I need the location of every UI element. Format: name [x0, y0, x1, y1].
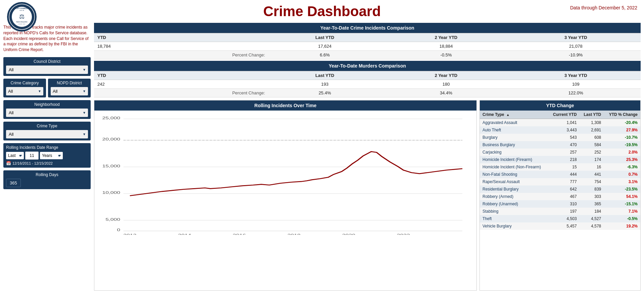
- crime-type-cell: Homicide Incident (Firearm): [480, 156, 548, 163]
- svg-text:10,000: 10,000: [102, 191, 120, 195]
- current-ytd-cell: 197: [548, 208, 580, 215]
- ytd-murders-val-0: 242: [94, 80, 268, 89]
- crime-type-cell: Vehicle Burglary: [480, 222, 548, 230]
- current-ytd-cell: 444: [548, 171, 580, 178]
- city-logo: CITY COUNCIL ✦ ✦ ✦ ⚖ NEW ORLEANS ✦ ✦ ✦ ✦…: [7, 2, 37, 33]
- rolling-date-range-label: Rolling Incidents Date Range: [6, 145, 88, 150]
- svg-text:0: 0: [117, 228, 120, 232]
- last-ytd-cell: 1,308: [580, 119, 604, 127]
- ytd-pct-change-cell: -6.3%: [604, 163, 640, 171]
- last-ytd-cell: 252: [580, 149, 604, 156]
- ytd-crimes-val-1: 17,624: [268, 42, 381, 51]
- svg-text:25,000: 25,000: [102, 116, 120, 120]
- crime-type-filter: Crime Type All: [3, 122, 91, 140]
- ytd-change-col-2: Last YTD: [580, 111, 604, 119]
- current-ytd-cell: 310: [548, 200, 580, 208]
- current-ytd-cell: 777: [548, 178, 580, 185]
- ytd-pct-change-cell: -0.5%: [604, 215, 640, 222]
- main-content: This dashboard tracks major crime incide…: [0, 23, 644, 294]
- data-date: Data through December 5, 2022: [570, 5, 637, 10]
- sort-icon: ▲: [506, 113, 510, 117]
- ytd-change-panel: YTD Change Crime Type ▲ Current YTD Last…: [479, 100, 641, 291]
- svg-text:CITY COUNCIL: CITY COUNCIL: [16, 7, 28, 9]
- ytd-crimes-pct-3: -10.9%: [511, 51, 641, 59]
- ytd-crimes-header-2: 2 Year YTD: [381, 33, 511, 42]
- ytd-murders-val-2: 180: [381, 80, 511, 89]
- ytd-pct-change-cell: 27.9%: [604, 126, 640, 134]
- crime-type-cell: Rape/Sexual Assault: [480, 178, 548, 185]
- svg-text:20,000: 20,000: [102, 137, 120, 141]
- ytd-pct-change-cell: 19.2%: [604, 222, 640, 230]
- crime-type-cell: Burglary: [480, 134, 548, 141]
- crime-type-cell: Homicide Incident (Non-Firearm): [480, 163, 548, 171]
- ytd-murders-pct-label: Percent Change:: [94, 89, 268, 97]
- ytd-pct-change-cell: -19.5%: [604, 141, 640, 149]
- crime-type-cell: Robbery (Unarmed): [480, 200, 548, 208]
- last-ytd-cell: 174: [580, 156, 604, 163]
- ytd-pct-change-cell: 3.1%: [604, 178, 640, 185]
- crime-type-select[interactable]: All: [6, 130, 88, 138]
- two-col-filters: Crime Category All NOPD District All: [3, 79, 91, 97]
- neighborhood-select[interactable]: All: [6, 109, 88, 117]
- last-ytd-cell: 839: [580, 185, 604, 193]
- svg-text:⚖: ⚖: [19, 13, 25, 20]
- rolling-days-label: Rolling Days: [6, 172, 88, 177]
- ytd-crimes-header-1: Last YTD: [268, 33, 381, 42]
- current-ytd-cell: 4,503: [548, 215, 580, 222]
- rolling-chart-svg: 25,000 20,000 15,000 10,000 5,000 0: [98, 114, 473, 235]
- svg-text:2022: 2022: [397, 233, 410, 235]
- council-district-select[interactable]: All: [6, 66, 88, 74]
- ytd-pct-change-cell: 25.3%: [604, 156, 640, 163]
- ytd-crimes-table: Year-To-Date Crime Incidents Comparison …: [94, 23, 641, 59]
- neighborhood-label: Neighborhood: [6, 102, 88, 107]
- last-next-select[interactable]: Last Next: [6, 152, 24, 159]
- council-district-filter: Council District All: [3, 57, 91, 76]
- svg-text:2020: 2020: [342, 233, 355, 235]
- date-range-display: 📅 12/16/2011 - 12/15/2022: [6, 161, 88, 166]
- last-ytd-cell: 584: [580, 141, 604, 149]
- last-ytd-cell: 365: [580, 200, 604, 208]
- ytd-crimes-val-0: 18,784: [94, 42, 268, 51]
- ytd-change-col-0[interactable]: Crime Type ▲: [480, 111, 548, 119]
- crime-category-label: Crime Category: [6, 81, 43, 85]
- calendar-icon: 📅: [6, 161, 11, 166]
- rolling-date-range: Rolling Incidents Date Range Last Next ▼…: [3, 143, 91, 168]
- bottom-section: Rolling Incidents Over Time 25,000 20,00…: [94, 100, 641, 291]
- council-district-label: Council District: [6, 59, 88, 64]
- current-ytd-cell: 218: [548, 156, 580, 163]
- ytd-change-table: Crime Type ▲ Current YTD Last YTD YTD % …: [480, 111, 640, 230]
- rolling-days-value: 365: [6, 179, 21, 187]
- ytd-change-title: YTD Change: [480, 100, 640, 111]
- current-ytd-cell: 5,457: [548, 222, 580, 230]
- ytd-crimes-header-3: 3 Year YTD: [511, 33, 641, 42]
- ytd-murders-header-3: 3 Year YTD: [511, 71, 641, 80]
- date-range-unit-select[interactable]: Days Weeks Months Years: [40, 152, 63, 159]
- svg-text:2014: 2014: [178, 233, 191, 235]
- content-area: Year-To-Date Crime Incidents Comparison …: [94, 23, 641, 291]
- svg-text:2016: 2016: [233, 233, 246, 235]
- ytd-crimes-title: Year-To-Date Crime Incidents Comparison: [94, 23, 641, 33]
- ytd-murders-table: Year-To-Date Murders Comparison YTD Last…: [94, 61, 641, 97]
- ytd-murders-section: Year-To-Date Murders Comparison YTD Last…: [94, 61, 641, 97]
- ytd-pct-change-cell: -10.7%: [604, 134, 640, 141]
- ytd-murders-val-3: 109: [511, 80, 641, 89]
- ytd-pct-change-cell: 54.1%: [604, 193, 640, 200]
- ytd-murders-val-1: 193: [268, 80, 381, 89]
- sidebar: This dashboard tracks major crime incide…: [3, 23, 91, 291]
- nopd-district-filter: NOPD District All: [48, 79, 91, 97]
- ytd-crimes-val-2: 18,884: [381, 42, 511, 51]
- nopd-district-select[interactable]: All: [51, 87, 88, 95]
- neighborhood-filter: Neighborhood All: [3, 100, 91, 119]
- crime-type-cell: Stabbing: [480, 208, 548, 215]
- svg-text:✦ ✦ ✦ ✦ ✦: ✦ ✦ ✦ ✦ ✦: [18, 23, 25, 25]
- date-range-number-input[interactable]: [25, 152, 39, 160]
- crime-type-cell: Robbery (Armed): [480, 193, 548, 200]
- crime-category-select[interactable]: All: [6, 87, 43, 95]
- ytd-tables: Year-To-Date Crime Incidents Comparison …: [94, 23, 641, 97]
- ytd-murders-pct-3: 122.0%: [511, 89, 641, 97]
- current-ytd-cell: 1,041: [548, 119, 580, 127]
- ytd-murders-pct-1: 25.4%: [268, 89, 381, 97]
- chart-body: 25,000 20,000 15,000 10,000 5,000 0: [94, 111, 476, 238]
- current-ytd-cell: 467: [548, 193, 580, 200]
- ytd-crimes-header-0: YTD: [94, 33, 268, 42]
